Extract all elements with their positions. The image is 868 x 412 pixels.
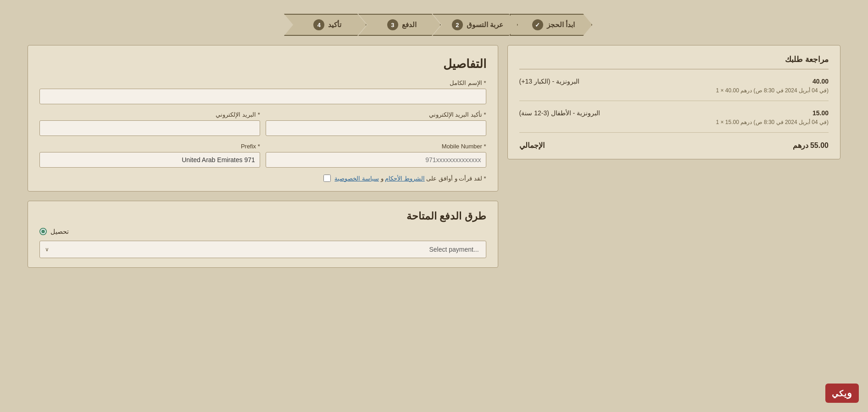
phone-inputs-row (39, 152, 486, 168)
step-4-badge: 4 (313, 19, 324, 30)
payment-select[interactable]: Select payment... (39, 241, 486, 258)
step-2-badge: 2 (452, 19, 463, 30)
terms-text: * لقد قرأت و أوافق على الشروط الأحكام و … (334, 175, 486, 182)
fullname-input[interactable] (39, 89, 486, 104)
mobile-group (266, 152, 486, 168)
order-item-2-detail: (في 04 أبريل 2024 في 8:30 ص) درهم 15.00 … (519, 119, 829, 125)
order-item-2-price: 15.00 (812, 109, 829, 117)
step-4-confirm[interactable]: تأكيد 4 (284, 14, 367, 36)
order-total-row: 55.00 درهم الإجمالي (519, 141, 829, 150)
email-confirm-input[interactable] (266, 120, 486, 136)
right-section: التفاصيل * الإسم الكامل * تأكيد البريد ا… (28, 45, 498, 268)
email-confirm-group: * تأكيد البريد الإلكتروني (266, 111, 486, 136)
step-3-payment[interactable]: الدفع 3 (358, 14, 441, 36)
prefix-input[interactable] (39, 152, 260, 168)
step-2-label: عربة التسوق (467, 21, 503, 29)
payment-option-tahseel: تحصيل (39, 228, 486, 235)
phone-labels-row: * Mobile Number * Prefix (39, 143, 486, 150)
terms-checkbox-row: * لقد قرأت و أوافق على الشروط الأحكام و … (39, 175, 486, 182)
mobile-label: * Mobile Number (266, 143, 486, 150)
order-title: مراجعة طلبك (519, 55, 829, 69)
order-item-2-name: البرونزية - الأطفال (3-12 سنة) (519, 109, 601, 117)
step-1-badge: ✓ (532, 19, 543, 30)
details-panel: التفاصيل * الإسم الكامل * تأكيد البريد ا… (28, 45, 498, 192)
fullname-label: * الإسم الكامل (39, 79, 486, 86)
logo-text: ويكي (832, 387, 852, 399)
email-confirm-label: * تأكيد البريد الإلكتروني (266, 111, 486, 118)
order-panel: مراجعة طلبك 40.00 البرونزية - (الكبار 13… (507, 45, 840, 159)
order-item-1: 40.00 البرونزية - (الكبار 13+) (في 04 أب… (519, 78, 829, 101)
main-content: مراجعة طلبك 40.00 البرونزية - (الكبار 13… (0, 45, 868, 282)
order-item-1-detail: (في 04 أبريل 2024 في 8:30 ص) درهم 40.00 … (519, 87, 829, 94)
order-item-1-name: البرونزية - (الكبار 13+) (519, 78, 579, 85)
payment-select-wrapper: Select payment... ∨ (39, 241, 486, 258)
step-1-start-booking[interactable]: ابدأ الحجز ✓ (510, 14, 592, 36)
order-section: مراجعة طلبك 40.00 البرونزية - (الكبار 13… (507, 45, 840, 268)
payment-option-label: تحصيل (50, 228, 69, 235)
order-total-label: الإجمالي (519, 141, 545, 150)
order-item-1-price: 40.00 (812, 78, 829, 85)
terms-checkbox[interactable] (323, 175, 331, 182)
email-row: * تأكيد البريد الإلكتروني * البريد الإلك… (39, 111, 486, 143)
privacy-link[interactable]: سياسة الخصوصية (334, 175, 379, 182)
order-total-amount: 55.00 درهم (793, 141, 829, 150)
step-4-label: تأكيد (328, 21, 341, 29)
radio-inner (41, 230, 45, 233)
email-label: * البريد الإلكتروني (39, 111, 260, 118)
prefix-label: * Prefix (39, 143, 260, 150)
mobile-input[interactable] (266, 152, 486, 168)
terms-link[interactable]: الشروط الأحكام (385, 175, 425, 182)
step-3-badge: 3 (387, 19, 398, 30)
order-item-2-row: 15.00 البرونزية - الأطفال (3-12 سنة) (519, 109, 829, 117)
step-1-label: ابدأ الحجز (547, 21, 575, 29)
payment-title: طرق الدفع المتاحة (39, 210, 486, 222)
details-title: التفاصيل (39, 57, 486, 71)
payment-radio[interactable] (39, 228, 47, 235)
email-group: * البريد الإلكتروني (39, 111, 260, 136)
order-item-2: 15.00 البرونزية - الأطفال (3-12 سنة) (في… (519, 109, 829, 133)
step-3-label: الدفع (402, 21, 417, 29)
step-2-cart[interactable]: عربة التسوق 2 (433, 14, 518, 36)
email-input[interactable] (39, 120, 260, 136)
order-item-1-row: 40.00 البرونزية - (الكبار 13+) (519, 78, 829, 85)
stepper: ابدأ الحجز ✓ عربة التسوق 2 الدفع 3 تأكيد… (0, 0, 868, 45)
prefix-group (39, 152, 260, 168)
payment-panel: طرق الدفع المتاحة تحصيل Select payment..… (28, 201, 498, 268)
logo: ويكي (825, 384, 859, 403)
fullname-group: * الإسم الكامل (39, 79, 486, 104)
